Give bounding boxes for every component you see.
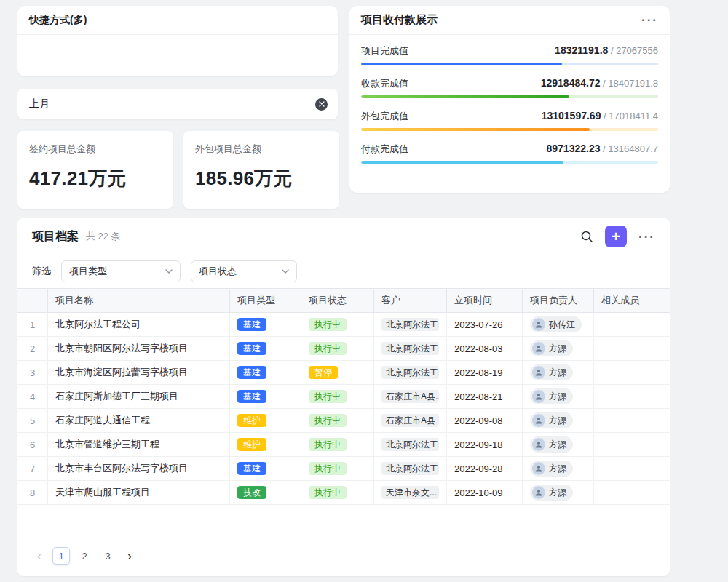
header-cell[interactable]: 相关成员 <box>594 289 670 312</box>
add-record-button[interactable]: + <box>605 226 627 247</box>
project-name-cell[interactable]: 北京市丰台区阿尔法写字楼项目 <box>48 457 230 480</box>
table-row[interactable]: 1 北京阿尔法工程公司 基建 执行中 北京阿尔法工... 2023-07-26 … <box>17 313 670 337</box>
project-status-cell[interactable]: 暂停 <box>301 361 374 384</box>
progress-track <box>361 95 658 98</box>
members-cell[interactable] <box>594 409 670 432</box>
header-cell[interactable]: 项目状态 <box>301 289 374 312</box>
members-cell[interactable] <box>594 313 670 336</box>
table-body: 1 北京阿尔法工程公司 基建 执行中 北京阿尔法工... 2023-07-26 … <box>17 313 670 505</box>
customer-tag: 石家庄市A县 <box>381 414 439 427</box>
project-name-cell[interactable]: 北京阿尔法工程公司 <box>48 313 230 336</box>
lead-cell[interactable]: 方源 <box>523 433 594 456</box>
project-status-cell[interactable]: 执行中 <box>301 409 374 432</box>
project-status-cell[interactable]: 执行中 <box>301 385 374 408</box>
members-cell[interactable] <box>594 433 670 456</box>
project-status-cell[interactable]: 执行中 <box>301 457 374 480</box>
project-status-cell[interactable]: 执行中 <box>301 433 374 456</box>
project-type-cell[interactable]: 基建 <box>230 457 301 480</box>
lead-cell[interactable]: 孙传江 <box>523 313 594 336</box>
status-tag: 执行中 <box>309 438 347 451</box>
avatar <box>532 462 545 475</box>
project-name-cell[interactable]: 北京市朝阳区阿尔法写字楼项目 <box>48 337 230 360</box>
date-cell[interactable]: 2022-09-18 <box>447 433 523 456</box>
project-name-cell[interactable]: 石家庄阿斯加德工厂三期项目 <box>48 385 230 408</box>
date-cell[interactable]: 2022-08-03 <box>447 337 523 360</box>
project-name-cell[interactable]: 天津市爬山服工程项目 <box>48 481 230 504</box>
customer-cell[interactable]: 北京阿尔法工... <box>374 457 447 480</box>
month-filter-card[interactable]: 上月 <box>17 89 338 119</box>
header-cell[interactable]: 客户 <box>374 289 447 312</box>
status-tag: 执行中 <box>309 318 347 331</box>
lead-cell[interactable]: 方源 <box>523 361 594 384</box>
record-count: 共 22 条 <box>86 230 121 243</box>
status-tag: 执行中 <box>309 462 347 475</box>
table-row[interactable]: 8 天津市爬山服工程项目 技改 执行中 天津市奈文... 2022-10-09 … <box>17 481 670 505</box>
project-status-filter-dropdown[interactable]: 项目状态 <box>191 260 297 282</box>
members-cell[interactable] <box>594 481 670 504</box>
project-status-cell[interactable]: 执行中 <box>301 337 374 360</box>
page-button[interactable]: 3 <box>99 547 116 565</box>
date-cell[interactable]: 2022-09-08 <box>447 409 523 432</box>
project-type-cell[interactable]: 维护 <box>230 409 301 432</box>
lead-cell[interactable]: 方源 <box>523 409 594 432</box>
date-cell[interactable]: 2022-10-09 <box>447 481 523 504</box>
header-cell[interactable]: 项目类型 <box>230 289 301 312</box>
date-cell[interactable]: 2023-07-26 <box>447 313 523 336</box>
table-row[interactable]: 2 北京市朝阳区阿尔法写字楼项目 基建 执行中 北京阿尔法工... 2022-0… <box>17 337 670 361</box>
customer-cell[interactable]: 北京阿尔法工... <box>374 337 447 360</box>
project-type-filter-dropdown[interactable]: 项目类型 <box>61 260 181 282</box>
prev-page-icon[interactable]: ‹ <box>32 549 47 562</box>
header-cell[interactable]: 项目负责人 <box>523 289 594 312</box>
table-row[interactable]: 4 石家庄阿斯加德工厂三期项目 基建 执行中 石家庄市A县... 2022-08… <box>17 385 670 409</box>
table-row[interactable]: 5 石家庄阿道夫通信工程 维护 执行中 石家庄市A县 2022-09-08 方源 <box>17 409 670 433</box>
header-cell[interactable]: 立项时间 <box>447 289 523 312</box>
progress-track <box>361 63 658 65</box>
customer-cell[interactable]: 北京阿尔法工... <box>374 313 447 336</box>
project-type-cell[interactable]: 技改 <box>230 481 301 504</box>
customer-cell[interactable]: 天津市奈文... <box>374 481 447 504</box>
progress-fill <box>361 161 563 164</box>
search-icon[interactable] <box>580 230 593 243</box>
lead-cell[interactable]: 方源 <box>523 481 594 504</box>
members-cell[interactable] <box>594 337 670 360</box>
more-icon[interactable]: ··· <box>638 231 655 243</box>
lead-cell[interactable]: 方源 <box>523 337 594 360</box>
project-status-cell[interactable]: 执行中 <box>301 313 374 336</box>
lead-cell[interactable]: 方源 <box>523 385 594 408</box>
customer-cell[interactable]: 石家庄市A县 <box>374 409 447 432</box>
project-type-cell[interactable]: 基建 <box>230 313 301 336</box>
project-type-cell[interactable]: 维护 <box>230 433 301 456</box>
project-type-cell[interactable]: 基建 <box>230 337 301 360</box>
table-row[interactable]: 3 北京市海淀区阿拉蕾写字楼项目 基建 暂停 北京阿尔法工... 2022-08… <box>17 361 670 385</box>
date-cell[interactable]: 2022-08-19 <box>447 361 523 384</box>
project-status-cell[interactable]: 执行中 <box>301 481 374 504</box>
project-name-cell[interactable]: 石家庄阿道夫通信工程 <box>48 409 230 432</box>
project-name-cell[interactable]: 北京市海淀区阿拉蕾写字楼项目 <box>48 361 230 384</box>
more-icon[interactable]: ··· <box>641 14 658 26</box>
members-cell[interactable] <box>594 361 670 384</box>
next-page-icon[interactable]: › <box>122 549 137 562</box>
lead-name: 方源 <box>549 439 566 451</box>
status-tag: 暂停 <box>309 366 338 379</box>
project-name-cell[interactable]: 北京市管道维护三期工程 <box>48 433 230 456</box>
page-button[interactable]: 1 <box>52 547 70 565</box>
customer-cell[interactable]: 石家庄市A县... <box>374 385 447 408</box>
status-tag: 执行中 <box>309 486 347 499</box>
lead-cell[interactable]: 方源 <box>523 457 594 480</box>
project-type-cell[interactable]: 基建 <box>230 385 301 408</box>
page-button[interactable]: 2 <box>76 547 93 565</box>
table-row[interactable]: 6 北京市管道维护三期工程 维护 执行中 北京阿尔法工... 2022-09-1… <box>17 433 670 457</box>
header-cell[interactable]: 项目名称 <box>48 289 230 312</box>
date-cell[interactable]: 2022-09-28 <box>447 457 523 480</box>
type-tag: 基建 <box>237 342 266 355</box>
table-row[interactable]: 7 北京市丰台区阿尔法写字楼项目 基建 执行中 北京阿尔法工... 2022-0… <box>17 457 670 481</box>
date-cell[interactable]: 2022-08-21 <box>447 385 523 408</box>
customer-cell[interactable]: 北京阿尔法工... <box>374 361 447 384</box>
members-cell[interactable] <box>594 385 670 408</box>
customer-cell[interactable]: 北京阿尔法工... <box>374 433 447 456</box>
clear-filter-icon[interactable] <box>315 98 328 111</box>
customer-tag: 北京阿尔法工... <box>381 318 439 331</box>
progress-fill <box>361 95 569 98</box>
project-type-cell[interactable]: 基建 <box>230 361 301 384</box>
members-cell[interactable] <box>594 457 670 480</box>
